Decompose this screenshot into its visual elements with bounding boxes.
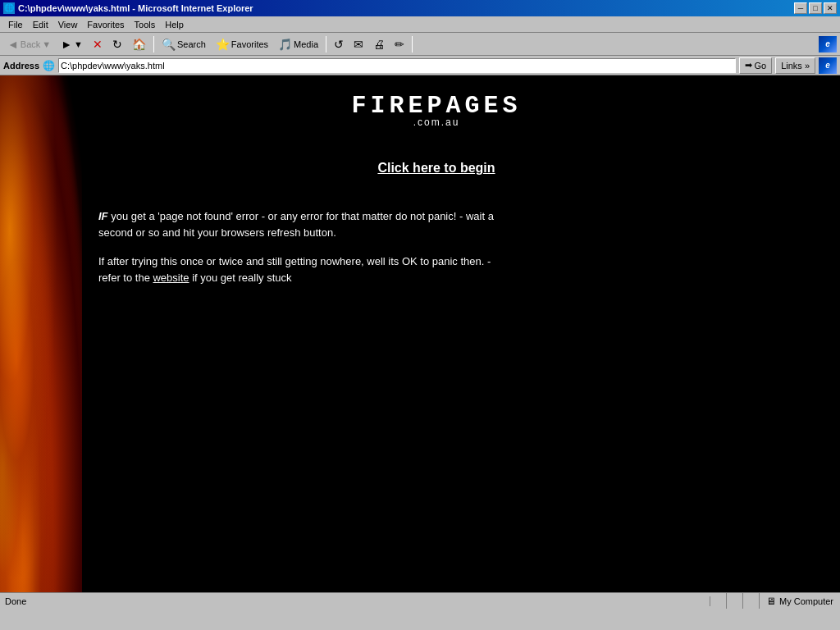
ie-logo: e	[819, 36, 837, 52]
logo-text: FiRePaGes	[66, 92, 807, 120]
window-title: C:\phpdev\www\yaks.html - Microsoft Inte…	[18, 3, 253, 13]
menu-bar: File Edit View Favorites Tools Help	[0, 16, 840, 33]
if-emphasis: IF	[98, 210, 108, 222]
favorites-icon: ⭐	[216, 38, 230, 51]
toolbar-separator-2	[326, 36, 326, 52]
address-icon: 🌐	[43, 60, 55, 71]
stop-button[interactable]: ✕	[89, 35, 107, 53]
computer-label: My Computer	[779, 596, 833, 606]
computer-icon: 🖥	[766, 596, 776, 607]
website-link[interactable]: website	[153, 272, 189, 284]
search-label: Search	[177, 39, 206, 49]
browser-content: FiRePaGes .com.au Click here to begin IF…	[0, 75, 840, 592]
search-icon: 🔍	[162, 38, 176, 51]
edit-icon: ✏	[395, 38, 404, 51]
address-label: Address	[3, 61, 39, 71]
ie-corner-logo: e	[819, 57, 837, 74]
forward-icon: ►	[61, 38, 72, 51]
mail-icon: ✉	[354, 38, 363, 51]
page-content: FiRePaGes .com.au Click here to begin IF…	[0, 75, 840, 315]
media-label: Media	[294, 39, 318, 49]
window-controls: ─ □ ✕	[794, 2, 837, 14]
history-icon: ↺	[334, 38, 344, 51]
toolbar: ◄ Back ▼ ► ▼ ✕ ↻ 🏠 🔍 Search ⭐ Favorites …	[0, 33, 840, 56]
edit-button[interactable]: ✏	[390, 35, 409, 53]
menu-favorites[interactable]: Favorites	[82, 19, 129, 30]
paragraph-1-rest: you get a 'page not found' error - or an…	[98, 210, 494, 239]
back-label: Back	[21, 39, 40, 49]
back-icon: ◄	[7, 38, 19, 51]
address-input[interactable]	[58, 58, 736, 73]
paragraph-1: IF you get a 'page not found' error - or…	[98, 208, 509, 240]
status-panel-2	[727, 593, 743, 609]
forward-dropdown-icon: ▼	[74, 39, 83, 49]
favorites-button[interactable]: ⭐ Favorites	[212, 35, 272, 53]
status-panel-3	[743, 593, 760, 609]
stop-icon: ✕	[93, 38, 103, 51]
menu-edit[interactable]: Edit	[28, 19, 53, 30]
menu-file[interactable]: File	[3, 19, 28, 30]
refresh-icon: ↻	[112, 38, 122, 51]
menu-view[interactable]: View	[53, 19, 83, 30]
go-arrow-icon: ➡	[745, 60, 752, 71]
go-button[interactable]: ➡ Go	[739, 57, 772, 74]
window-icon: 🌐	[3, 2, 15, 14]
click-here-link[interactable]: Click here to begin	[66, 161, 807, 176]
paragraph-2-end: if you get really stuck	[189, 272, 292, 284]
go-label: Go	[754, 61, 766, 71]
paragraph-2: If after trying this once or twice and s…	[98, 253, 509, 285]
print-icon: 🖨	[373, 38, 385, 51]
history-button[interactable]: ↺	[330, 35, 348, 53]
firepages-logo: FiRePaGes .com.au	[66, 92, 807, 128]
status-text: Done	[0, 596, 710, 606]
media-button[interactable]: 🎵 Media	[274, 35, 322, 53]
print-button[interactable]: 🖨	[369, 35, 389, 53]
links-button[interactable]: Links »	[775, 57, 815, 74]
home-button[interactable]: 🏠	[128, 35, 150, 53]
search-button[interactable]: 🔍 Search	[158, 35, 210, 53]
title-bar: 🌐 C:\phpdev\www\yaks.html - Microsoft In…	[0, 0, 840, 16]
back-dropdown-icon: ▼	[42, 39, 51, 49]
close-button[interactable]: ✕	[824, 2, 837, 14]
mail-button[interactable]: ✉	[349, 35, 368, 53]
status-panel-1	[710, 593, 727, 609]
media-icon: 🎵	[278, 38, 292, 51]
toolbar-separator-1	[153, 36, 154, 52]
refresh-button[interactable]: ↻	[108, 35, 126, 53]
status-bar: Done 🖥 My Computer	[0, 592, 840, 609]
toolbar-separator-3	[412, 36, 413, 52]
forward-button[interactable]: ► ▼	[57, 35, 87, 53]
favorites-label: Favorites	[231, 39, 268, 49]
logo-sub: .com.au	[66, 116, 807, 128]
menu-tools[interactable]: Tools	[130, 19, 161, 30]
back-button[interactable]: ◄ Back ▼	[3, 35, 55, 53]
maximize-button[interactable]: □	[809, 2, 822, 14]
home-icon: 🏠	[132, 38, 146, 51]
minimize-button[interactable]: ─	[794, 2, 807, 14]
address-bar: Address 🌐 ➡ Go Links » e	[0, 56, 840, 75]
info-text: IF you get a 'page not found' error - or…	[98, 208, 509, 285]
status-computer: 🖥 My Computer	[760, 596, 840, 607]
menu-help[interactable]: Help	[160, 19, 189, 30]
